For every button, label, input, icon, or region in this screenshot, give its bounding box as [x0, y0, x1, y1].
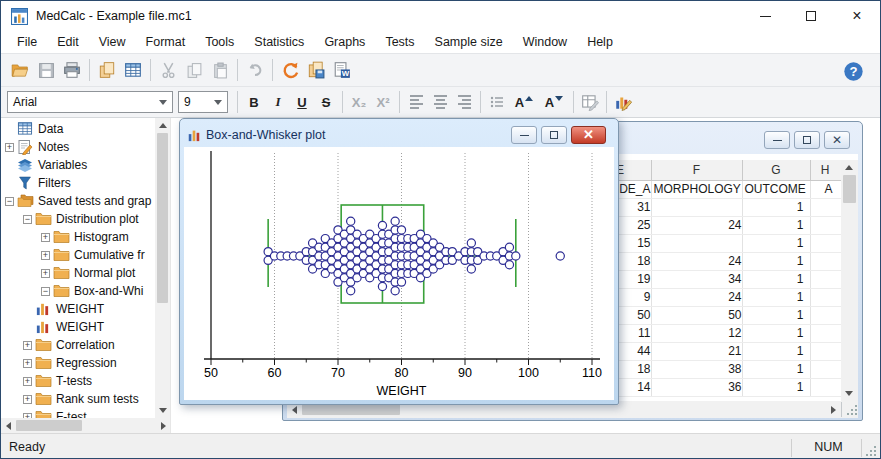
data-cell[interactable]: 38: [651, 360, 742, 378]
data-cell[interactable]: 24: [651, 216, 742, 234]
expand-plus-icon[interactable]: +: [23, 395, 32, 404]
plot-close-button[interactable]: ✕: [571, 126, 606, 144]
print-button[interactable]: [59, 57, 85, 83]
data-cell[interactable]: 1: [742, 198, 810, 216]
scroll-up-arrow[interactable]: [841, 160, 856, 175]
superscript-button[interactable]: X²: [371, 90, 395, 114]
tree-item-notes[interactable]: +Notes: [1, 138, 170, 156]
refresh-button[interactable]: [277, 57, 303, 83]
child-maximize-button[interactable]: [794, 131, 820, 149]
help-button[interactable]: ?: [840, 58, 866, 84]
data-cell[interactable]: 1: [742, 234, 810, 252]
edit-table-button[interactable]: [578, 90, 602, 114]
expand-plus-icon[interactable]: +: [23, 377, 32, 386]
child-minimize-button[interactable]: [764, 131, 790, 149]
tree-item-data[interactable]: Data: [1, 120, 170, 138]
menu-item-window[interactable]: Window: [513, 32, 577, 52]
align-center-button[interactable]: [428, 90, 452, 114]
data-cell[interactable]: 1: [742, 306, 810, 324]
menu-item-graphs[interactable]: Graphs: [314, 32, 375, 52]
expand-plus-icon[interactable]: +: [5, 143, 14, 152]
italic-button[interactable]: I: [266, 90, 290, 114]
data-cell[interactable]: 1: [742, 378, 810, 396]
align-left-button[interactable]: [404, 90, 428, 114]
align-right-button[interactable]: [452, 90, 476, 114]
data-cell[interactable]: 21: [651, 342, 742, 360]
copy-button[interactable]: [181, 57, 207, 83]
expand-plus-icon[interactable]: +: [41, 269, 50, 278]
tree-item-variables[interactable]: Variables: [1, 156, 170, 174]
plot-minimize-button[interactable]: [511, 126, 537, 144]
expand-plus-icon[interactable]: +: [41, 251, 50, 260]
menu-item-edit[interactable]: Edit: [47, 32, 89, 52]
paste-button[interactable]: [207, 57, 233, 83]
field-name-cell[interactable]: OUTCOME: [742, 180, 810, 198]
data-cell[interactable]: 24: [651, 288, 742, 306]
font-size-select[interactable]: 9: [178, 91, 228, 113]
tree-item-normal-plot[interactable]: +Normal plot: [1, 264, 170, 282]
collapse-minus-icon[interactable]: −: [5, 197, 14, 206]
expand-plus-icon[interactable]: +: [41, 233, 50, 242]
plot-maximize-button[interactable]: [541, 126, 567, 144]
save-button[interactable]: [33, 57, 59, 83]
resize-grip[interactable]: [846, 404, 858, 416]
data-cell[interactable]: 1: [742, 342, 810, 360]
minimize-button[interactable]: [742, 1, 788, 31]
decrease-font-button[interactable]: A: [539, 90, 569, 114]
menu-item-format[interactable]: Format: [136, 32, 196, 52]
subscript-button[interactable]: X₂: [347, 90, 371, 114]
tree-item-histogram[interactable]: +Histogram: [1, 228, 170, 246]
data-cell[interactable]: 1: [742, 360, 810, 378]
column-header-g[interactable]: G: [742, 160, 810, 180]
menu-item-file[interactable]: File: [7, 32, 47, 52]
tree-item-regression[interactable]: +Regression: [1, 354, 170, 372]
bullet-list-button[interactable]: [485, 90, 509, 114]
column-header-f[interactable]: F: [651, 160, 742, 180]
close-button[interactable]: ×: [834, 1, 880, 31]
copy-sheet-button[interactable]: [94, 57, 120, 83]
open-file-button[interactable]: [7, 57, 33, 83]
tree-item-box-and-whi[interactable]: −Box-and-Whi: [1, 282, 170, 300]
child-close-button[interactable]: ✕: [824, 131, 850, 149]
scrollbar-thumb[interactable]: [302, 404, 400, 415]
data-cell[interactable]: 1: [742, 288, 810, 306]
data-cell[interactable]: 1: [742, 216, 810, 234]
tree-item-saved-tests-and-grap[interactable]: −Saved tests and grap: [1, 192, 170, 210]
cut-button[interactable]: [155, 57, 181, 83]
menu-item-tests[interactable]: Tests: [375, 32, 424, 52]
tree-item-rank-sum-tests[interactable]: +Rank sum tests: [1, 390, 170, 408]
scrollbar-thumb[interactable]: [157, 133, 168, 303]
underline-button[interactable]: U: [290, 90, 314, 114]
scroll-down-arrow[interactable]: [841, 386, 856, 401]
plot-titlebar[interactable]: Box-and-Whisker plot ✕: [184, 123, 614, 147]
data-grid-button[interactable]: [120, 57, 146, 83]
sheet-vertical-scrollbar[interactable]: [841, 160, 858, 401]
expand-plus-icon[interactable]: +: [23, 359, 32, 368]
tree-item-distribution-plot[interactable]: −Distribution plot: [1, 210, 170, 228]
data-cell[interactable]: 1: [742, 270, 810, 288]
tree-vertical-scrollbar[interactable]: [155, 118, 170, 418]
data-cell[interactable]: [651, 198, 742, 216]
scroll-down-arrow[interactable]: [155, 403, 170, 418]
scroll-up-arrow[interactable]: [155, 118, 170, 133]
scroll-left-arrow[interactable]: [1, 418, 16, 433]
tree-item-correlation[interactable]: +Correlation: [1, 336, 170, 354]
save-graph-button[interactable]: [303, 57, 329, 83]
scrollbar-thumb[interactable]: [843, 175, 856, 203]
increase-font-button[interactable]: A: [509, 90, 539, 114]
tree-item-cumulative-fr[interactable]: +Cumulative fr: [1, 246, 170, 264]
bold-button[interactable]: B: [242, 90, 266, 114]
menu-item-sample-size[interactable]: Sample size: [425, 32, 513, 52]
menu-item-statistics[interactable]: Statistics: [244, 32, 314, 52]
data-cell[interactable]: 1: [742, 324, 810, 342]
strikethrough-button[interactable]: S: [314, 90, 338, 114]
export-word-button[interactable]: W: [329, 57, 355, 83]
tree-item-weight[interactable]: WEIGHT: [1, 300, 170, 318]
edit-graph-button[interactable]: [611, 90, 635, 114]
plot-window[interactable]: Box-and-Whisker plot ✕ 5060708090100110W…: [179, 118, 619, 405]
collapse-minus-icon[interactable]: −: [41, 287, 50, 296]
tree-item-filters[interactable]: Filters: [1, 174, 170, 192]
data-cell[interactable]: 24: [651, 252, 742, 270]
window-resize-grip[interactable]: [865, 445, 877, 457]
tree-item-t-tests[interactable]: +T-tests: [1, 372, 170, 390]
